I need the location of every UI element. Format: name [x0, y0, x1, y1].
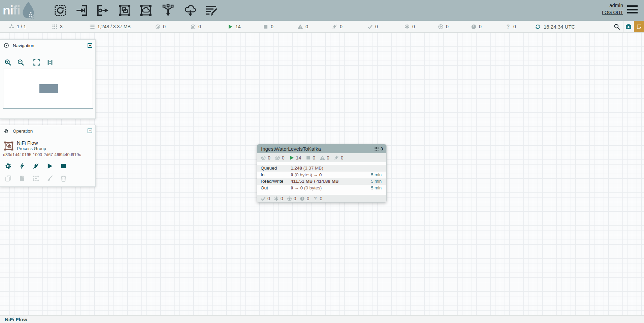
stat-process-groups: 3 — [52, 21, 63, 32]
running-icon — [227, 24, 233, 30]
disable-button[interactable] — [32, 163, 39, 170]
app-header: nifi admin LOG OUT — [0, 0, 644, 21]
breadcrumb-bar: NiFi Flow — [0, 315, 644, 323]
stat-cluster: 1 / 1 — [9, 21, 26, 32]
zoom-out-icon — [17, 59, 24, 66]
stat-modified-and-stale: 0 — [471, 21, 482, 32]
sticky-note-icon — [636, 24, 642, 30]
navigation-panel-title: Navigation — [13, 43, 34, 48]
drag-remote-process-group-button[interactable] — [139, 4, 153, 17]
stopped-icon — [263, 24, 268, 30]
transmitting-icon — [261, 155, 266, 160]
drag-label-button[interactable] — [204, 4, 218, 17]
modified-and-stale-icon — [300, 196, 305, 201]
configure-button[interactable] — [4, 163, 12, 170]
minimap-footer — [3, 109, 93, 117]
drag-input-port-button[interactable] — [75, 4, 89, 17]
template-icon — [184, 4, 197, 17]
drag-output-port-button[interactable] — [96, 4, 109, 17]
zoom-out-button[interactable] — [17, 59, 24, 67]
input-port-icon — [75, 4, 89, 17]
group-button[interactable] — [32, 175, 39, 182]
birdseye-minimap[interactable] — [3, 69, 93, 109]
stat-queued: 1,248 / 3.37 MB — [89, 21, 131, 32]
sticky-note-button[interactable] — [634, 21, 644, 32]
operation-collapse-button[interactable] — [88, 129, 92, 133]
output-port-icon — [96, 4, 109, 17]
user-block: admin LOG OUT — [602, 2, 623, 16]
breadcrumb-root-link[interactable]: NiFi Flow — [5, 317, 27, 322]
metric-row-queued: Queued 1,248 (3.37 MB) — [257, 165, 386, 172]
stale-icon — [287, 196, 292, 201]
stop-icon — [60, 163, 67, 170]
bolt-icon — [19, 163, 26, 170]
stat-sync-failure: 0 — [505, 21, 516, 32]
enable-button[interactable] — [18, 163, 26, 170]
zoom-in-button[interactable] — [4, 59, 11, 67]
change-color-button[interactable] — [46, 175, 53, 182]
search-icon — [614, 24, 620, 30]
copy-button[interactable] — [4, 175, 12, 182]
pg-version-sync-failure: 0 — [313, 196, 322, 201]
process-group-header: IngestWaterLevelsToKafka 3 — [257, 144, 386, 153]
pg-stat-invalid: 0 — [320, 155, 329, 160]
navigation-toolbar — [0, 59, 54, 67]
metric-row-read-write: Read/Write 411.51 MB / 414.88 MB 5 min — [257, 178, 386, 185]
delete-button[interactable] — [60, 175, 67, 182]
drag-process-group-button[interactable] — [118, 4, 131, 17]
refresh-icon — [535, 24, 541, 30]
process-group-component[interactable]: IngestWaterLevelsToKafka 3 0 0 14 0 0 0 … — [257, 144, 387, 203]
stale-icon — [438, 24, 444, 30]
global-menu-button[interactable] — [627, 5, 638, 15]
flow-canvas[interactable]: Navigation Operation NiFi Flow Pr — [0, 33, 644, 315]
disabled-icon — [332, 24, 337, 30]
drag-processor-button[interactable] — [54, 4, 67, 17]
process-group-metrics: Queued 1,248 (3.37 MB) In 0 (0 bytes) → … — [257, 165, 386, 191]
navigation-panel: Navigation — [0, 39, 96, 119]
zoom-in-icon — [4, 59, 11, 66]
processor-icon — [54, 4, 67, 17]
stat-running: 14 — [227, 21, 241, 32]
operation-buttons-primary — [4, 163, 67, 170]
stat-stopped: 0 — [263, 21, 273, 32]
stop-button[interactable] — [60, 163, 67, 170]
stopped-icon — [305, 155, 311, 160]
process-group-version-strip: 0 0 0 0 0 — [257, 195, 386, 202]
operation-buttons-secondary — [4, 175, 67, 182]
process-group-name: IngestWaterLevelsToKafka — [261, 146, 374, 152]
logo-text-ni: ni — [3, 3, 13, 17]
trash-icon — [60, 175, 67, 182]
search-button[interactable] — [610, 21, 623, 32]
operation-panel-header: Operation — [0, 125, 95, 137]
up-to-date-icon — [367, 24, 373, 30]
stat-stale: 0 — [438, 21, 449, 32]
paste-button[interactable] — [18, 175, 26, 182]
gear-icon — [5, 163, 12, 170]
navigation-collapse-button[interactable] — [88, 43, 92, 48]
drag-funnel-button[interactable] — [161, 4, 175, 17]
zoom-actual-size-button[interactable] — [46, 59, 54, 67]
invalid-icon — [297, 24, 303, 30]
queued-icon — [89, 24, 95, 30]
minimap-component-rect[interactable] — [39, 84, 58, 93]
refresh-status[interactable]: 16:24:34 UTC — [535, 21, 575, 32]
logout-link[interactable]: LOG OUT — [602, 9, 623, 16]
pg-version-up-to-date: 0 — [261, 196, 270, 201]
process-groups-icon — [52, 24, 58, 30]
pg-stat-disabled: 0 — [334, 155, 344, 160]
drag-template-button[interactable] — [184, 4, 197, 17]
running-icon — [289, 155, 294, 160]
selected-component-id: d33d1d4f-0195-1000-2d67-46f9440d919c — [3, 152, 81, 157]
start-button[interactable] — [46, 163, 53, 170]
pg-version-locally-modified: 0 — [274, 196, 283, 201]
locally-modified-icon — [404, 24, 410, 30]
metric-row-out: Out 0 → 0 (0 bytes) 5 min — [257, 185, 386, 191]
first-aid-kit-button[interactable] — [623, 21, 634, 32]
hand-pointer-icon — [4, 128, 9, 134]
pg-version-stale: 0 — [287, 196, 296, 201]
stat-disabled: 0 — [332, 21, 343, 32]
selected-process-group-icon — [3, 140, 14, 152]
first-aid-kit-icon — [625, 23, 632, 30]
process-group-icon — [118, 4, 131, 17]
zoom-fit-button[interactable] — [33, 59, 40, 67]
